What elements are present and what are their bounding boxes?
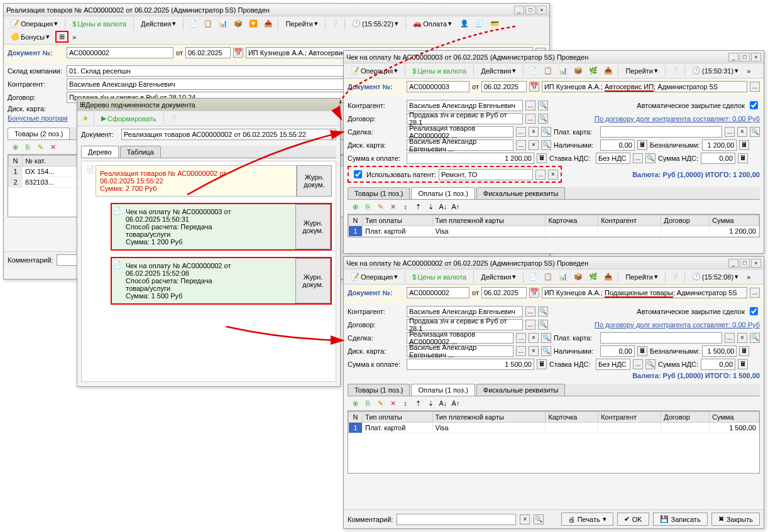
col-contract[interactable]: Договор xyxy=(661,412,710,423)
counterparty-field[interactable]: Васильев Александр Евгеньевич xyxy=(407,306,523,317)
edit-icon[interactable]: ✎ xyxy=(375,202,385,212)
tool-icon[interactable]: 👤 xyxy=(458,18,471,30)
clear-button[interactable]: × xyxy=(520,514,530,524)
close-button[interactable]: ✖ Закрыть xyxy=(711,513,760,526)
calc-icon[interactable]: 🖩 xyxy=(739,346,749,356)
actions-menu[interactable]: Действия ▾ xyxy=(476,65,520,77)
titlebar[interactable]: Чек на оплату № АС00000003 от 06.02.2025… xyxy=(344,51,764,63)
tool-icon[interactable]: 🔽 xyxy=(246,18,260,30)
calc-icon[interactable]: 🖩 xyxy=(738,153,748,163)
col-counterparty[interactable]: Контрагент xyxy=(598,215,661,226)
tree-button[interactable]: ⊞ xyxy=(55,31,69,43)
table-row[interactable]: 1Плат. картойVisa1 200,00 xyxy=(349,226,759,237)
goto-menu[interactable]: Перейти ▾ xyxy=(621,271,662,283)
journal-button[interactable]: Журн. докум. xyxy=(295,258,331,303)
sort-za-icon[interactable]: A↑ xyxy=(451,202,461,212)
search-button[interactable]: 🔍 xyxy=(541,140,551,150)
time-badge[interactable]: 🕐(15:50:31)▾ xyxy=(688,65,743,77)
payments-grid[interactable]: NТип оплатыТип платежной картыКарточкаКо… xyxy=(348,214,760,237)
journal-button[interactable]: Журн. докум. xyxy=(295,204,331,249)
clone-icon[interactable]: ⎘ xyxy=(23,142,33,152)
select-button[interactable]: ... xyxy=(525,307,535,317)
deal-field[interactable]: Реализация товаров АС00000002 ... xyxy=(407,126,513,138)
select-button[interactable]: ... xyxy=(525,114,535,124)
calendar-icon[interactable]: 📅 xyxy=(233,48,243,58)
add-icon[interactable]: ⊕ xyxy=(350,202,360,212)
calc-icon[interactable]: 🖩 xyxy=(537,153,547,163)
clear-button[interactable]: × xyxy=(737,333,747,343)
calendar-icon[interactable]: 📅 xyxy=(529,288,539,298)
operation-menu[interactable]: 📝 Операция ▾ xyxy=(346,271,402,283)
select-button[interactable]: ... xyxy=(516,140,526,150)
minimize-button[interactable]: _ xyxy=(728,53,738,62)
tool-icon[interactable]: 📊 xyxy=(216,18,230,30)
doc-date-field[interactable]: 06.02.2025 xyxy=(185,47,231,58)
tool-icon[interactable]: 📊 xyxy=(556,65,570,77)
tree-child-2[interactable]: Чек на оплату № АС00000002 от06.02.2025 … xyxy=(122,258,295,303)
tab-goods[interactable]: Товары (2 поз.) xyxy=(8,128,70,139)
tool-icon[interactable]: 🌿 xyxy=(586,65,600,77)
vat-sum-field[interactable]: 0,00 xyxy=(701,359,735,370)
col-card[interactable]: Карточка xyxy=(546,412,598,423)
doc-no-field[interactable]: АС00000003 xyxy=(407,81,469,92)
clear-button[interactable]: × xyxy=(529,333,539,343)
form-button[interactable]: ▶ Сформировать xyxy=(97,112,161,124)
search-button[interactable]: 🔍 xyxy=(538,307,548,317)
select-button[interactable]: ... xyxy=(516,127,526,137)
search-button[interactable]: 🔍 xyxy=(541,333,551,343)
clear-button[interactable]: × xyxy=(529,140,539,150)
close-button[interactable]: × xyxy=(537,6,547,14)
col-sum[interactable]: Сумма xyxy=(710,215,759,226)
total-field[interactable]: 1 500,00 xyxy=(407,359,534,370)
actions-menu[interactable]: Действия ▾ xyxy=(136,18,180,30)
edit-icon[interactable]: ✎ xyxy=(375,398,385,408)
calc-icon[interactable]: 🖩 xyxy=(637,346,647,356)
contract-field[interactable]: Продажа з\ч и сервис в Руб от 28.1 xyxy=(407,319,523,330)
delete-icon[interactable]: ✕ xyxy=(48,142,58,152)
minimize-button[interactable]: _ xyxy=(514,6,524,14)
search-button[interactable]: 🔍 xyxy=(538,114,548,124)
clear-button[interactable]: × xyxy=(548,170,558,180)
save-button[interactable]: 💾 Записать xyxy=(653,513,708,526)
col-cardtype[interactable]: Тип платежной карты xyxy=(432,215,546,226)
move-down-icon[interactable]: ⇣ xyxy=(425,398,436,408)
select-button[interactable]: ... xyxy=(525,320,535,330)
clone-icon[interactable]: ⎘ xyxy=(363,202,373,212)
vat-rate-field[interactable]: Без НДС xyxy=(596,153,630,164)
close-button[interactable]: × xyxy=(751,53,761,62)
help-icon[interactable]: ❔ xyxy=(167,112,180,124)
tool-icon[interactable]: 📄 xyxy=(526,271,540,283)
auto-close-checkbox[interactable] xyxy=(750,101,758,109)
paycard-field[interactable] xyxy=(600,332,722,344)
tool-icon[interactable]: 📤 xyxy=(601,271,615,283)
payments-grid[interactable]: NТип оплатыТип платежной картыКарточкаКо… xyxy=(348,411,760,474)
total-field[interactable]: 1 200,00 xyxy=(407,153,534,164)
col-type[interactable]: Тип оплаты xyxy=(363,412,433,423)
move-down-icon[interactable]: ⇣ xyxy=(425,202,436,212)
tool-icon[interactable]: 📤 xyxy=(601,65,615,77)
more-icon[interactable]: » xyxy=(744,65,753,77)
titlebar[interactable]: ⊞ Дерево подчиненности документа xyxy=(77,99,340,111)
print-button[interactable]: 🖨 Печать ▾ xyxy=(561,513,613,526)
tab-table[interactable]: Таблица xyxy=(120,146,161,158)
payment-button[interactable]: 🚗Оплата▾ xyxy=(409,18,456,30)
clear-button[interactable]: × xyxy=(529,127,539,137)
doc-no-field[interactable]: АС00000002 xyxy=(67,47,173,58)
cashless-field[interactable]: 1 200,00 xyxy=(702,139,737,151)
star-icon[interactable]: ★ xyxy=(80,112,91,124)
cash-field[interactable]: 0,00 xyxy=(600,139,635,151)
contract-field[interactable]: Продажа з\ч и сервис в Руб от 28.1 xyxy=(407,113,523,124)
doc-field[interactable]: Реализация товаров АС00000002 от 06.02.2… xyxy=(121,129,336,140)
sort-icon[interactable]: ↕ xyxy=(400,202,410,212)
sort-az-icon[interactable]: A↓ xyxy=(438,398,448,408)
search-button[interactable]: 🔍 xyxy=(538,100,548,111)
col-contract[interactable]: Договор xyxy=(661,215,710,226)
add-icon[interactable]: ⊕ xyxy=(10,142,20,152)
cashless-field[interactable]: 1 500,00 xyxy=(702,345,737,357)
tool-icon[interactable]: 📦 xyxy=(571,65,585,77)
operation-menu[interactable]: 📝 Операция ▾ xyxy=(6,18,62,30)
help-icon[interactable]: ❔ xyxy=(668,65,682,77)
col-sum[interactable]: Сумма xyxy=(710,412,759,423)
clone-icon[interactable]: ⎘ xyxy=(363,398,373,408)
tool-icon[interactable]: 💳 xyxy=(488,18,502,30)
